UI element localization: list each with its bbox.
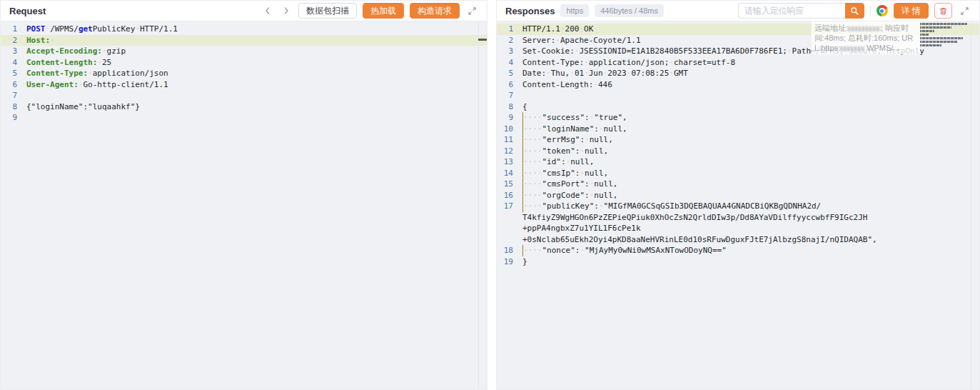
request-editor[interactable]: 1POST·/WPMS/getPublicKey·HTTP/1.12Host:·… xyxy=(1,21,487,389)
code-text: +0sNclab65uEkh2Oyi4pKD8aaNeHVRinLE0d10sR… xyxy=(522,234,877,246)
code-text: T4kfiyZ9WgHGOn6PzZEPieQPiuk0XhOcZsN2Qrld… xyxy=(522,212,867,224)
code-line[interactable]: 16····"orgCode":·null, xyxy=(497,190,979,201)
code-line[interactable]: +ppPA4ngbxZ7u1YIL1F6cPe1k xyxy=(497,223,979,234)
code-line[interactable]: 5Date:·Thu,·01·Jun·2023·07:08:25·GMT xyxy=(497,68,979,79)
chevron-left-icon xyxy=(263,6,273,16)
request-scroll-mark xyxy=(478,39,487,41)
open-in-chrome-icon[interactable] xyxy=(877,5,888,16)
code-text: Content-Type:·application/json;·charset=… xyxy=(522,57,735,69)
response-expand-button[interactable] xyxy=(958,3,971,19)
code-line[interactable]: T4kfiyZ9WgHGOn6PzZEPieQPiuk0XhOcZsN2Qrld… xyxy=(497,212,979,224)
code-text: User-Agent:·Go-http-client/1.1 xyxy=(26,79,168,91)
redacted-url xyxy=(840,46,864,51)
hot-reload-button[interactable]: 热加载 xyxy=(363,3,404,19)
code-line[interactable]: 3Accept-Encoding:·gzip xyxy=(1,46,487,57)
line-number: 10 xyxy=(497,124,522,135)
line-number: 7 xyxy=(1,90,26,101)
response-search-button[interactable] xyxy=(845,3,864,19)
line-number: 9 xyxy=(497,112,522,124)
code-line[interactable]: 15····"cmsPort":·null, xyxy=(497,179,979,190)
line-number: 16 xyxy=(497,190,522,201)
code-line[interactable]: 6User-Agent:·Go-http-client/1.1 xyxy=(1,79,487,91)
line-number: 15 xyxy=(497,179,522,190)
line-number: 6 xyxy=(497,79,522,91)
line-number: 5 xyxy=(1,68,26,79)
code-text: Date:·Thu,·01·Jun·2023·07:08:25·GMT xyxy=(522,68,688,79)
code-line[interactable]: 17····"publicKey":·"MIGfMA0GCSqGSIb3DQEB… xyxy=(497,201,979,212)
code-text: ····"loginName":·null, xyxy=(522,124,627,135)
line-number: 9 xyxy=(1,112,26,124)
packet-viewer: Request 数据包扫描 热加载 构造请求 1POST·/WPMS/getPu… xyxy=(0,0,980,390)
response-panel: Responses https 446bytes / 48ms 详 情 1HTT… xyxy=(496,0,980,390)
code-text: Content-Length:·446 xyxy=(522,79,612,91)
code-text: Content-Type:·application/json xyxy=(26,68,168,79)
code-line[interactable]: 9 xyxy=(1,112,487,124)
request-panel: Request 数据包扫描 热加载 构造请求 1POST·/WPMS/getPu… xyxy=(0,0,488,390)
code-line[interactable]: +0sNclab65uEkh2Oyi4pKD8aaNeHVRinLE0d10sR… xyxy=(497,234,979,246)
code-line[interactable]: 8{"loginName":"luqaahkf"} xyxy=(1,101,487,113)
request-scrollbar[interactable] xyxy=(478,21,487,389)
code-text: ····"nonce":·"MjAyMy0wNi0wMSAxNTowODoyNQ… xyxy=(522,245,727,256)
line-number: 6 xyxy=(1,79,26,91)
code-line[interactable]: 6Content-Length:·446 xyxy=(497,79,979,91)
line-number: 17 xyxy=(497,201,522,212)
line-number: 18 xyxy=(497,245,522,256)
code-line[interactable]: 2Host:· xyxy=(1,35,487,46)
clear-button[interactable] xyxy=(934,3,952,19)
code-line[interactable]: 14····"cmsIp":·null, xyxy=(497,168,979,179)
code-text: ····"id":·null, xyxy=(522,156,594,168)
code-line[interactable]: 8{ xyxy=(497,101,979,113)
response-editor[interactable]: 1HTTP/1.1·200·OK2Server:·Apache-Coyote/1… xyxy=(497,21,979,389)
code-text: ····"success":·"true", xyxy=(522,112,627,124)
trash-icon xyxy=(939,6,948,16)
code-line[interactable]: 7 xyxy=(497,90,979,101)
code-line[interactable]: 12····"token":·null, xyxy=(497,146,979,157)
code-line[interactable]: 10····"loginName":·null, xyxy=(497,124,979,135)
code-text: HTTP/1.1·200·OK xyxy=(522,24,593,35)
packet-scan-button[interactable]: 数据包扫描 xyxy=(298,3,357,19)
code-line[interactable]: 5Content-Type:·application/json xyxy=(1,68,487,79)
line-number: 12 xyxy=(497,146,522,157)
response-code: 1HTTP/1.1·200·OK2Server:·Apache-Coyote/1… xyxy=(497,21,979,267)
code-line[interactable]: 4Content-Length:·25 xyxy=(1,57,487,69)
request-expand-button[interactable] xyxy=(465,3,478,19)
response-title: Responses xyxy=(505,6,555,16)
line-number: 4 xyxy=(1,57,26,69)
code-text: Content-Length:·25 xyxy=(26,57,111,69)
code-line[interactable]: 1POST·/WPMS/getPublicKey·HTTP/1.1 xyxy=(1,24,487,35)
response-header: Responses https 446bytes / 48ms 详 情 xyxy=(497,1,979,21)
history-forward-button[interactable] xyxy=(280,3,293,19)
code-line[interactable]: 9····"success":·"true", xyxy=(497,112,979,124)
code-line[interactable]: 7 xyxy=(1,90,487,101)
line-number: 8 xyxy=(1,101,26,113)
code-text: } xyxy=(522,256,527,268)
history-back-button[interactable] xyxy=(261,3,274,19)
request-header: Request 数据包扫描 热加载 构造请求 xyxy=(1,1,487,21)
protocol-badge: https xyxy=(560,4,589,17)
response-scrollbar[interactable] xyxy=(971,21,979,389)
code-line[interactable]: 18····"nonce":·"MjAyMy0wNi0wMSAxNTowODoy… xyxy=(497,245,979,256)
search-icon xyxy=(850,6,859,16)
line-number: 4 xyxy=(497,57,522,69)
code-text: ····"token":·null, xyxy=(522,146,608,157)
line-number xyxy=(497,234,522,246)
line-number: 3 xyxy=(1,46,26,57)
code-text: ····"errMsg":·null, xyxy=(522,134,613,146)
code-line[interactable]: 19} xyxy=(497,256,979,268)
line-number: 1 xyxy=(1,24,26,35)
build-request-button[interactable]: 构造请求 xyxy=(410,3,460,19)
line-number: 8 xyxy=(497,101,522,113)
code-line[interactable]: 4Content-Type:·application/json;·charset… xyxy=(497,57,979,69)
code-text: {"loginName":"luqaahkf"} xyxy=(26,101,140,113)
code-line[interactable]: 11····"errMsg":·null, xyxy=(497,134,979,146)
code-text: ····"publicKey":·"MIGfMA0GCSqGSIb3DQEBAQ… xyxy=(522,201,821,212)
remote-address-label: 远端地址: xyxy=(814,24,848,32)
header-divider xyxy=(870,6,871,16)
response-search-input[interactable] xyxy=(738,3,845,19)
redacted-remote-address xyxy=(848,26,881,31)
code-text: ····"orgCode":·null, xyxy=(522,190,617,201)
detail-button[interactable]: 详 情 xyxy=(894,3,929,19)
chevron-right-icon xyxy=(281,6,291,16)
code-line[interactable]: 13····"id":·null, xyxy=(497,156,979,168)
line-number xyxy=(497,212,522,224)
